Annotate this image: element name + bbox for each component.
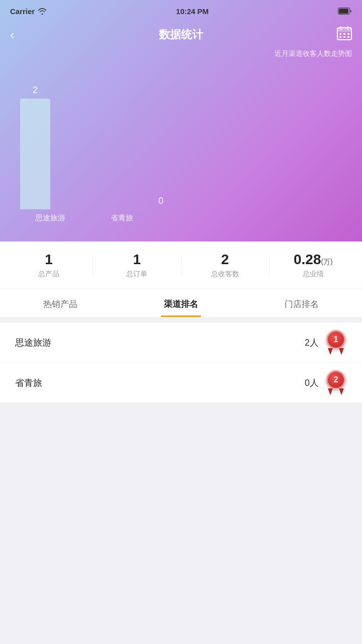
stat-orders: 1 总订单 <box>93 252 180 279</box>
bar-group-1: 2 <box>20 85 50 209</box>
list-item: 省青旅 0人 2 <box>0 363 362 403</box>
stat-customers: 2 总收客数 <box>182 252 269 279</box>
x-label-2: 省青旅 <box>111 213 133 223</box>
svg-rect-9 <box>339 36 341 38</box>
calendar-icon <box>337 26 352 40</box>
stat-revenue-label: 总业绩 <box>303 270 324 279</box>
bar-1-value: 2 <box>33 85 38 96</box>
medal-ribbon-right-2 <box>339 388 344 395</box>
battery-icon <box>338 8 352 15</box>
svg-rect-10 <box>343 36 345 38</box>
chart-x-labels: 思途旅游 省青旅 <box>0 209 362 223</box>
channel-name-2: 省青旅 <box>15 377 42 389</box>
tab-store-rank[interactable]: 门店排名 <box>241 289 362 317</box>
svg-rect-1 <box>339 9 348 14</box>
channel-rank-list: 思途旅游 2人 1 省青旅 0人 2 <box>0 323 362 403</box>
stat-revenue-value: 0.28(万) <box>294 252 333 268</box>
status-bar: Carrier 10:24 PM <box>0 0 362 22</box>
channel-count-2: 0人 <box>305 377 319 389</box>
list-item-right-2: 0人 2 <box>305 370 347 395</box>
carrier-wifi: Carrier <box>10 7 47 16</box>
medal-ribbon-right-1 <box>339 348 344 355</box>
wifi-icon <box>38 8 47 15</box>
svg-rect-8 <box>347 33 349 35</box>
tab-hot-products[interactable]: 热销产品 <box>0 289 121 317</box>
svg-rect-7 <box>343 33 345 35</box>
stat-customers-label: 总收客数 <box>211 270 239 279</box>
status-time: 10:24 PM <box>176 7 209 16</box>
nav-bar: ‹ 数据统计 <box>0 22 362 47</box>
stat-orders-value: 1 <box>133 252 141 268</box>
tab-channel-rank[interactable]: 渠道排名 <box>121 289 241 317</box>
tabs-bar: 热销产品 渠道排名 门店排名 <box>0 289 362 317</box>
medal-1: 1 <box>325 330 347 355</box>
page-title: 数据统计 <box>159 27 203 42</box>
calendar-button[interactable] <box>337 26 352 43</box>
medal-ribbon-left-2 <box>328 388 333 395</box>
svg-rect-6 <box>339 33 341 35</box>
stats-row: 1 总产品 1 总订单 2 总收客数 0.28(万) 总业绩 <box>0 242 362 289</box>
stat-customers-value: 2 <box>221 252 229 268</box>
channel-name-1: 思途旅游 <box>15 337 51 349</box>
bar-chart: 2 0 <box>0 58 362 209</box>
page-body <box>0 403 362 604</box>
medal-ribbon-left-1 <box>328 348 333 355</box>
carrier-label: Carrier <box>10 7 35 16</box>
stat-products-label: 总产品 <box>38 270 59 279</box>
stat-products-value: 1 <box>45 252 53 268</box>
channel-count-1: 2人 <box>305 337 319 349</box>
x-label-1: 思途旅游 <box>20 213 80 223</box>
wan-label: (万) <box>321 258 332 266</box>
chart-subtitle: 近月渠道收客人数走势图 <box>0 49 362 58</box>
list-item: 思途旅游 2人 1 <box>0 323 362 363</box>
stat-orders-label: 总订单 <box>126 270 147 279</box>
medal-circle-2: 2 <box>326 370 345 389</box>
svg-rect-11 <box>347 36 349 38</box>
bar-1-rect <box>20 99 50 209</box>
medal-2: 2 <box>325 370 347 395</box>
bar-2-value: 0 <box>158 196 163 206</box>
back-button[interactable]: ‹ <box>10 27 15 43</box>
battery-area <box>338 8 352 15</box>
svg-rect-3 <box>337 28 351 32</box>
stat-products: 1 总产品 <box>5 252 93 279</box>
stat-revenue: 0.28(万) 总业绩 <box>269 252 357 279</box>
medal-circle-1: 1 <box>326 330 345 349</box>
list-item-right-1: 2人 1 <box>305 330 347 355</box>
